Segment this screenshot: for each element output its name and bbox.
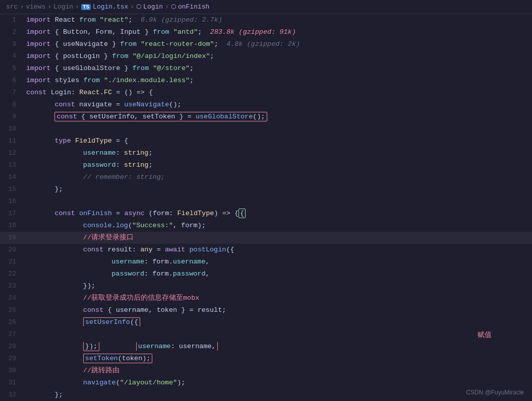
bc-ref-icon2: ⬡	[171, 3, 176, 11]
code-line-24: 24 //获取登录成功后的信息存储至mobx	[0, 292, 532, 304]
ln-29: 29	[0, 353, 24, 365]
ln-26: 26	[0, 316, 24, 328]
code-line-18: 18 console.log("Success:", form);	[0, 220, 532, 232]
code-line-6: 6 import styles from "./index.module.les…	[0, 75, 532, 87]
bc-ref-icon1: ⬡	[136, 3, 141, 11]
lc-20: const result: any = await postLogin({	[24, 244, 532, 256]
code-line-16: 16	[0, 195, 532, 208]
lc-27: username: username, 赋值	[24, 328, 532, 341]
ln-15: 15	[0, 183, 24, 195]
bc-sep3: ›	[75, 3, 79, 11]
bc-ts-badge: TS	[81, 4, 91, 10]
lc-26: setUserInfo({	[24, 316, 532, 328]
lc-3: import { useNavigate } from "react-route…	[24, 38, 532, 50]
bc-views: views	[26, 3, 45, 11]
ln-18: 18	[0, 220, 24, 232]
lc-6: import styles from "./index.module.less"…	[24, 75, 532, 87]
lc-2: import { Button, Form, Input } from "ant…	[24, 26, 532, 38]
code-line-15: 15 };	[0, 183, 532, 195]
code-line-7: 7 const Login: React.FC = () => {	[0, 87, 532, 99]
lc-28: });	[24, 341, 532, 353]
ln-5: 5	[0, 62, 24, 75]
ln-2: 2	[0, 26, 24, 38]
bc-sep2: ›	[47, 3, 51, 11]
code-line-13: 13 password: string;	[0, 159, 532, 171]
lc-10	[24, 123, 532, 135]
code-line-25: 25 const { username, token } = result;	[0, 304, 532, 316]
ln-1: 1	[0, 14, 24, 26]
lc-32: };	[24, 389, 532, 401]
ln-22: 22	[0, 268, 24, 280]
code-editor: 1 import React from "react"; 6.9k (gzipp…	[0, 14, 532, 401]
code-line-2: 2 import { Button, Form, Input } from "a…	[0, 26, 532, 38]
code-line-14: 14 // remember: string;	[0, 171, 532, 183]
lc-11: type FieldType = {	[24, 135, 532, 147]
code-line-23: 23 });	[0, 280, 532, 292]
annotation-label: 赋值	[478, 328, 492, 341]
ln-12: 12	[0, 147, 24, 159]
lc-23: });	[24, 280, 532, 292]
code-line-17: 17 const onFinish = async (form: FieldTy…	[0, 208, 532, 220]
ln-16: 16	[0, 195, 24, 208]
breadcrumb: src › views › Login › TS Login.tsx › ⬡ L…	[0, 0, 532, 14]
ln-27: 27	[0, 328, 24, 341]
code-line-29: 29 setToken(token);	[0, 353, 532, 365]
code-line-3: 3 import { useNavigate } from "react-rou…	[0, 38, 532, 50]
bc-src: src	[6, 3, 18, 11]
bc-login-folder: Login	[53, 3, 73, 11]
lc-8: const navigate = useNavigate();	[24, 99, 532, 111]
ln-13: 13	[0, 159, 24, 171]
code-line-30: 30 //跳转路由	[0, 365, 532, 377]
lc-30: //跳转路由	[24, 365, 532, 377]
ln-24: 24	[0, 292, 24, 304]
ln-8: 8	[0, 99, 24, 111]
code-line-4: 4 import { postLogin } from "@/api/login…	[0, 50, 532, 62]
lc-14: // remember: string;	[24, 171, 532, 183]
bc-onfinish-ref: onFinish	[178, 3, 209, 11]
code-line-11: 11 type FieldType = {	[0, 135, 532, 147]
ln-9: 9	[0, 111, 24, 123]
csdn-watermark: CSDN @FuyuMiracle	[466, 389, 524, 396]
ln-21: 21	[0, 256, 24, 268]
code-line-22: 22 password: form.password,	[0, 268, 532, 280]
code-line-21: 21 username: form.username,	[0, 256, 532, 268]
ln-23: 23	[0, 280, 24, 292]
ln-14: 14	[0, 171, 24, 183]
ln-19: 19	[0, 232, 24, 244]
code-line-5: 5 import { useGlobalStore } from "@/stor…	[0, 62, 532, 75]
code-line-10: 10	[0, 123, 532, 135]
code-line-12: 12 username: string;	[0, 147, 532, 159]
code-line-1: 1 import React from "react"; 6.9k (gzipp…	[0, 14, 532, 26]
ln-7: 7	[0, 87, 24, 99]
lc-1: import React from "react"; 6.9k (gzipped…	[24, 14, 532, 26]
ln-28: 28	[0, 341, 24, 353]
code-line-20: 20 const result: any = await postLogin({	[0, 244, 532, 256]
code-line-8: 8 const navigate = useNavigate();	[0, 99, 532, 111]
lc-17: const onFinish = async (form: FieldType)…	[24, 208, 532, 220]
ln-31: 31	[0, 377, 24, 389]
lc-7: const Login: React.FC = () => {	[24, 87, 532, 99]
bc-sep5: ›	[165, 3, 169, 11]
lc-21: username: form.username,	[24, 256, 532, 268]
ln-6: 6	[0, 75, 24, 87]
lc-12: username: string;	[24, 147, 532, 159]
ln-20: 20	[0, 244, 24, 256]
lc-22: password: form.password,	[24, 268, 532, 280]
lc-19: //请求登录接口	[24, 232, 532, 244]
code-line-32: 32 };	[0, 389, 532, 401]
ln-30: 30	[0, 365, 24, 377]
lc-24: //获取登录成功后的信息存储至mobx	[24, 292, 532, 304]
code-line-27: 27 username: username, 赋值	[0, 328, 532, 341]
ln-32: 32	[0, 389, 24, 401]
ln-11: 11	[0, 135, 24, 147]
lc-15: };	[24, 183, 532, 195]
bc-login-ref: Login	[143, 3, 163, 11]
code-line-26: 26 setUserInfo({	[0, 316, 532, 328]
lc-16	[24, 195, 532, 208]
ln-17: 17	[0, 208, 24, 220]
lc-29: setToken(token);	[24, 353, 532, 365]
lc-31: navigate("/layout/home");	[24, 377, 532, 389]
lc-13: password: string;	[24, 159, 532, 171]
lc-9: const { setUserInfo, setToken } = useGlo…	[24, 111, 532, 123]
code-line-31: 31 navigate("/layout/home");	[0, 377, 532, 389]
